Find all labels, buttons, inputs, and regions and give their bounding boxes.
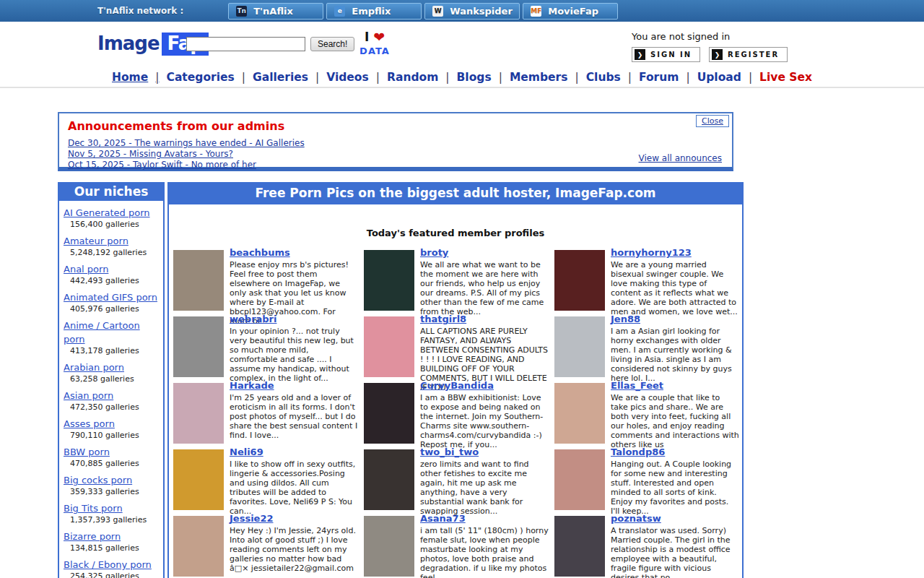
profile-description: In your opinion ?... not truly very beau… xyxy=(230,327,358,383)
network-site-label: Wankspider xyxy=(450,6,513,17)
profile-thumbnail[interactable] xyxy=(173,250,224,311)
network-site-button[interactable]: e Empflix xyxy=(326,3,422,20)
nav-link[interactable]: Galleries xyxy=(253,71,319,84)
nav-link[interactable]: Blogs xyxy=(457,71,502,84)
niche-gallery-count: 156,400 galleries xyxy=(64,220,159,229)
niche-gallery-count: 405,976 galleries xyxy=(64,304,159,314)
niche-link[interactable]: AI Generated porn xyxy=(64,207,150,218)
sign-in-button[interactable]: ❯ SIGN IN xyxy=(632,47,700,62)
search-button[interactable]: Search! xyxy=(310,37,354,51)
profile-username-link[interactable]: Harkade xyxy=(230,380,274,391)
niche-gallery-count: 790,110 galleries xyxy=(64,431,159,440)
nav-link[interactable]: Home xyxy=(112,71,160,84)
nav-link[interactable]: Videos xyxy=(326,71,380,84)
profile-thumbnail[interactable] xyxy=(173,316,224,377)
nav-link[interactable]: Members xyxy=(510,71,579,84)
niche-item: AI Generated porn 156,400 galleries xyxy=(64,205,159,229)
profile-thumbnail[interactable] xyxy=(554,449,605,510)
niche-link[interactable]: Asses porn xyxy=(64,418,115,429)
profile-card: beachbums Please enjoy mrs b's pictures!… xyxy=(173,245,358,311)
nav-link[interactable]: Categories xyxy=(167,71,245,84)
profile-username-link[interactable]: poznatsw xyxy=(611,513,661,524)
niche-link[interactable]: Amateur porn xyxy=(64,236,128,246)
network-site-button[interactable]: Tn T'nAflix xyxy=(228,3,323,20)
niche-link[interactable]: Black / Ebony porn xyxy=(64,559,152,570)
network-site-button[interactable]: W Wankspider xyxy=(424,3,520,20)
niche-link[interactable]: BBW porn xyxy=(64,447,110,457)
announcement-link[interactable]: Dec 30, 2025 - The warnings have ended -… xyxy=(68,138,723,149)
nav-link[interactable]: Clubs xyxy=(586,71,632,84)
niche-link[interactable]: Big Tits porn xyxy=(64,503,123,514)
signin-status: You are not signed in xyxy=(632,31,788,42)
profile-username-link[interactable]: broty xyxy=(420,247,448,258)
profile-card: two_bi_two zero limits and want to find … xyxy=(364,444,549,511)
niches-title: Our niches xyxy=(59,184,163,201)
profile-username-link[interactable]: Neli69 xyxy=(230,447,263,457)
profile-username-link[interactable]: Jen88 xyxy=(611,314,640,324)
close-button[interactable]: Close xyxy=(696,115,729,127)
nav-link[interactable]: Upload xyxy=(697,71,752,84)
profile-thumbnail[interactable] xyxy=(364,250,414,311)
niche-item: BBW porn 470,885 galleries xyxy=(64,444,159,468)
profile-description: I'm 25 years old and a lover of eroticis… xyxy=(230,393,358,440)
profile-card: broty We all are what we want to be the … xyxy=(364,245,549,311)
nav-link[interactable]: Forum xyxy=(639,71,690,84)
niche-link[interactable]: Asian porn xyxy=(64,390,113,401)
profile-username-link[interactable]: hornyhorny123 xyxy=(611,247,692,258)
profile-username-link[interactable]: Talondp86 xyxy=(611,447,665,457)
profile-thumbnail[interactable] xyxy=(364,316,414,377)
profile-thumbnail[interactable] xyxy=(554,316,605,377)
profile-username-link[interactable]: two_bi_two xyxy=(420,447,479,457)
announcement-link[interactable]: Oct 15, 2025 - Taylor Swift - No more of… xyxy=(68,160,723,171)
search-input[interactable] xyxy=(186,37,305,51)
niche-link[interactable]: Anal porn xyxy=(64,264,108,275)
niche-item: Arabian porn 63,258 galleries xyxy=(64,360,159,384)
profile-username-link[interactable]: thatgirl8 xyxy=(420,314,466,324)
profile-username-link[interactable]: CurvyBandida xyxy=(420,380,494,391)
nav-link[interactable]: Live Sex xyxy=(759,71,812,84)
profile-description: We are a couple that like to take pics a… xyxy=(611,393,739,449)
register-button[interactable]: ❯ REGISTER xyxy=(709,47,788,62)
niche-item: Asses porn 790,110 galleries xyxy=(64,416,159,440)
profile-username-link[interactable]: Jessie22 xyxy=(230,513,274,524)
profile-username-link[interactable]: Ellas_Feet xyxy=(611,380,663,391)
network-site-label: T'nAflix xyxy=(253,6,293,17)
niche-gallery-count: 359,333 galleries xyxy=(64,487,159,496)
profile-thumbnail[interactable] xyxy=(173,516,224,577)
data-logo-i: I xyxy=(365,30,369,44)
profile-username-link[interactable]: webrabri xyxy=(230,314,277,324)
profile-info: two_bi_two zero limits and want to find … xyxy=(420,444,549,511)
announcements-title: Announcements from our admins xyxy=(68,119,723,133)
profile-info: hornyhorny123 We are a young married bis… xyxy=(611,245,739,311)
profile-thumbnail[interactable] xyxy=(554,516,605,577)
niche-item: Anal porn 442,493 galleries xyxy=(64,262,159,285)
niche-link[interactable]: Big cocks porn xyxy=(64,475,132,486)
profile-card: thatgirl8 ALL CAPTIONS ARE PURELY FANTAS… xyxy=(364,311,549,378)
sign-in-label: SIGN IN xyxy=(650,51,692,59)
niche-link[interactable]: Anime / Cartoon porn xyxy=(64,320,140,345)
profile-thumbnail[interactable] xyxy=(173,383,224,444)
network-site-icon: e xyxy=(334,6,345,17)
profile-thumbnail[interactable] xyxy=(364,516,414,577)
profile-thumbnail[interactable] xyxy=(364,383,414,444)
network-site-icon: MF xyxy=(531,6,541,17)
announcement-link[interactable]: Nov 5, 2025 - Missing Avatars - Yours? xyxy=(68,149,723,160)
view-all-announces-link[interactable]: View all announces xyxy=(639,153,722,163)
niche-link[interactable]: Bizarre porn xyxy=(64,531,121,542)
profile-info: Asana73 i am tall (5' 11" (180cm) ) horn… xyxy=(420,511,549,577)
profile-description: I like to show off in sexy outfits, ling… xyxy=(230,460,358,516)
network-site-button[interactable]: MF MovieFap xyxy=(523,3,618,20)
profile-thumbnail[interactable] xyxy=(173,449,224,510)
profile-thumbnail[interactable] xyxy=(364,449,414,510)
nav-link[interactable]: Random xyxy=(387,71,450,84)
profile-info: webrabri In your opinion ?... not truly … xyxy=(230,311,358,378)
niche-link[interactable]: Animated GIFS porn xyxy=(64,292,157,303)
profile-username-link[interactable]: Asana73 xyxy=(420,513,466,524)
heart-icon: ❤ xyxy=(373,29,385,45)
profile-username-link[interactable]: beachbums xyxy=(230,247,290,258)
niche-link[interactable]: Arabian porn xyxy=(64,362,124,373)
data-logo-word: DATA xyxy=(358,46,391,56)
profile-thumbnail[interactable] xyxy=(554,383,605,444)
profile-card: Ellas_Feet We are a couple that like to … xyxy=(554,378,739,444)
profile-thumbnail[interactable] xyxy=(554,250,605,311)
